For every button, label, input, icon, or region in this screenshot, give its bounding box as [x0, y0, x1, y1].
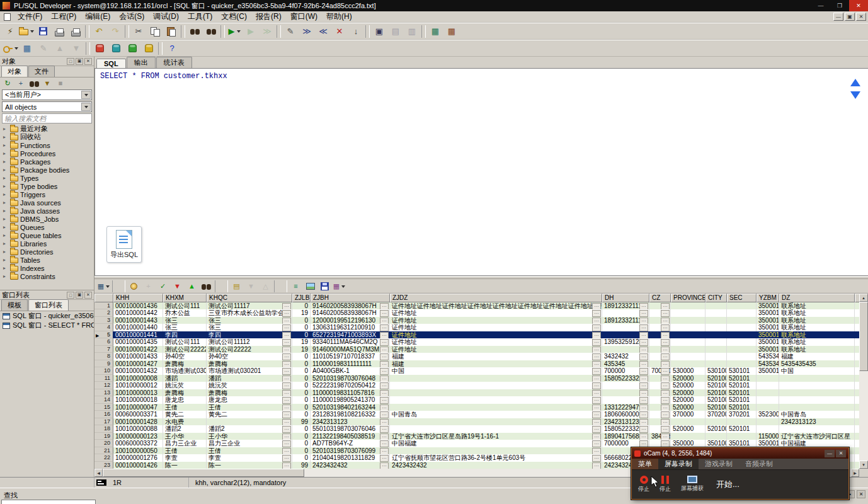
cell-zjbh[interactable]: 520103198402163244: [311, 404, 390, 411]
cell-zjdz[interactable]: [390, 425, 602, 432]
chevron-right-icon[interactable]: [3, 184, 8, 189]
cell-dz[interactable]: [779, 389, 855, 396]
cell-zjbh[interactable]: 110000198311111111: [311, 360, 390, 367]
cell-yzbm[interactable]: 350001: [757, 346, 779, 353]
cell-yzbm[interactable]: 543534: [757, 360, 779, 367]
cell-zjbh[interactable]: 210404198201311829: [311, 454, 390, 461]
cell-zjlb[interactable]: 0: [292, 331, 311, 338]
cell-zjlb[interactable]: 0: [292, 302, 311, 309]
scroll-up-button[interactable]: [859, 294, 868, 302]
cell-dz[interactable]: [779, 425, 855, 432]
window-list-item[interactable]: SQL 窗口 - quicker_e3506bc3: [0, 311, 94, 321]
print-setup-button[interactable]: [68, 25, 83, 38]
cell-city[interactable]: 520100: [705, 396, 727, 403]
column-header[interactable]: CZ: [649, 294, 671, 302]
chevron-right-icon[interactable]: [3, 241, 8, 246]
row-number-cell[interactable]: 1: [94, 302, 113, 309]
kill-button[interactable]: ≫: [260, 25, 275, 38]
cell-khqc[interactable]: 张三: [207, 317, 292, 324]
cell-cz[interactable]: [649, 302, 671, 309]
cell-khqc[interactable]: 王倩: [207, 447, 292, 454]
table-row[interactable]: 20 000600003372 昌力三企业 昌力三企业 0 AD7TB964Y-…: [94, 440, 859, 447]
logon-button[interactable]: [3, 42, 18, 55]
cell-zjlb[interactable]: 0: [292, 425, 311, 432]
cell-city[interactable]: [705, 302, 727, 309]
cell-khxm[interactable]: 测试公司111: [163, 302, 207, 309]
cell-dh[interactable]: [602, 396, 649, 403]
cell-khh[interactable]: 000100001441: [113, 331, 163, 338]
cell-khh[interactable]: 000100001435: [113, 338, 163, 345]
chevron-right-icon[interactable]: [3, 200, 8, 205]
scroll-right-button[interactable]: [851, 469, 859, 477]
cell-cz[interactable]: [649, 404, 671, 411]
toolbar-button[interactable]: [85, 25, 89, 38]
ocam-tab[interactable]: 游戏录制: [699, 459, 739, 469]
cell-cz[interactable]: [649, 353, 671, 360]
cell-zjdz[interactable]: 证件地址证件地址证件地址证件地址证件地址证件地址证件地址证件地址证件地址证件地址: [390, 302, 602, 309]
menu-item[interactable]: 编辑(E): [81, 11, 115, 23]
cell-dz[interactable]: 联系地址: [779, 331, 855, 338]
column-header[interactable]: KHH: [113, 294, 163, 302]
find-input[interactable]: [1, 500, 96, 504]
cell-khqc[interactable]: 李四: [207, 331, 292, 338]
row-number-cell[interactable]: 18: [94, 425, 113, 432]
cell-province[interactable]: 350000: [671, 440, 705, 447]
add-object-button[interactable]: +: [15, 78, 26, 88]
cell-city[interactable]: [705, 360, 727, 367]
cell-cz[interactable]: [649, 389, 671, 396]
cell-zjbh[interactable]: 2423432432: [311, 462, 390, 469]
scroll-down-icon[interactable]: [850, 91, 860, 104]
cell-khh[interactable]: 000100001428: [113, 418, 163, 425]
cell-zjbh[interactable]: 120000199512196130: [311, 317, 390, 324]
cell-khqc[interactable]: 李萱: [207, 454, 292, 461]
cell-khxm[interactable]: 张三: [163, 324, 207, 331]
toolbar-button[interactable]: [158, 42, 163, 55]
chevron-right-icon[interactable]: [3, 151, 8, 156]
grid-sort-button[interactable]: △: [259, 280, 272, 292]
close-icon[interactable]: ✕: [84, 58, 92, 65]
save-button[interactable]: [35, 25, 50, 38]
chevron-right-icon[interactable]: [3, 135, 8, 140]
cell-khxm[interactable]: 潘蹈: [163, 375, 207, 382]
cell-khxm[interactable]: 陈一: [163, 462, 207, 469]
print-button[interactable]: [52, 25, 67, 38]
cell-dz[interactable]: 辽宁省大连市沙河口区星: [779, 433, 855, 440]
cell-city[interactable]: 370200: [705, 411, 727, 418]
cell-khxm[interactable]: 潘蹈2: [163, 425, 207, 432]
find-next-button[interactable]: [203, 25, 219, 38]
cell-khqc[interactable]: 昌力三企业: [207, 440, 292, 447]
commit-button[interactable]: [92, 42, 107, 55]
table-row[interactable]: 17 000100001428 水电费 99 2342313123 234231…: [94, 418, 859, 425]
cell-city[interactable]: 520100: [705, 404, 727, 411]
cell-dh[interactable]: [602, 389, 649, 396]
find-object-button[interactable]: [28, 78, 40, 88]
cell-province[interactable]: [671, 418, 705, 425]
cell-yzbm[interactable]: [757, 425, 779, 432]
cell-yzbm[interactable]: 115000: [757, 433, 779, 440]
cell-province[interactable]: 520000: [671, 404, 705, 411]
cell-cz[interactable]: [649, 324, 671, 331]
grid-view-button[interactable]: ▦: [444, 25, 459, 38]
cell-cz[interactable]: [649, 425, 671, 432]
menu-item[interactable]: 窗口(W): [286, 11, 322, 23]
table-row[interactable]: 1 000100001436 测试公司111 测试公司11117 0 91460…: [94, 302, 859, 309]
cell-dz[interactable]: 联系地址: [779, 317, 855, 324]
cell-dz[interactable]: 福建: [779, 353, 855, 360]
cell-cz[interactable]: [649, 309, 671, 316]
object-filter-dropdown[interactable]: All objects: [2, 101, 92, 112]
cell-dh[interactable]: 15805223325: [602, 425, 649, 432]
menu-item[interactable]: 调试(D): [149, 11, 183, 23]
cell-city[interactable]: [705, 353, 727, 360]
cell-cz[interactable]: 3840182: [649, 433, 671, 440]
main-tab[interactable]: 输出: [127, 57, 156, 68]
cell-zjlb[interactable]: 0: [292, 440, 311, 447]
cell-yzbm[interactable]: [757, 404, 779, 411]
cell-dz[interactable]: 5435435435: [779, 360, 855, 367]
cell-cz[interactable]: [649, 418, 671, 425]
cell-khqc[interactable]: 萧腾梅: [207, 360, 292, 367]
cell-sec[interactable]: 520101: [727, 404, 757, 411]
cell-city[interactable]: [705, 324, 727, 331]
tree-item[interactable]: Types: [0, 174, 94, 182]
cell-zjdz[interactable]: 辽宁省抚顺市望花区营口路36-2号楼1单元603号: [390, 454, 602, 461]
table-row[interactable]: 6 000100001435 测试公司111 测试公司11112 19 9334…: [94, 338, 859, 345]
